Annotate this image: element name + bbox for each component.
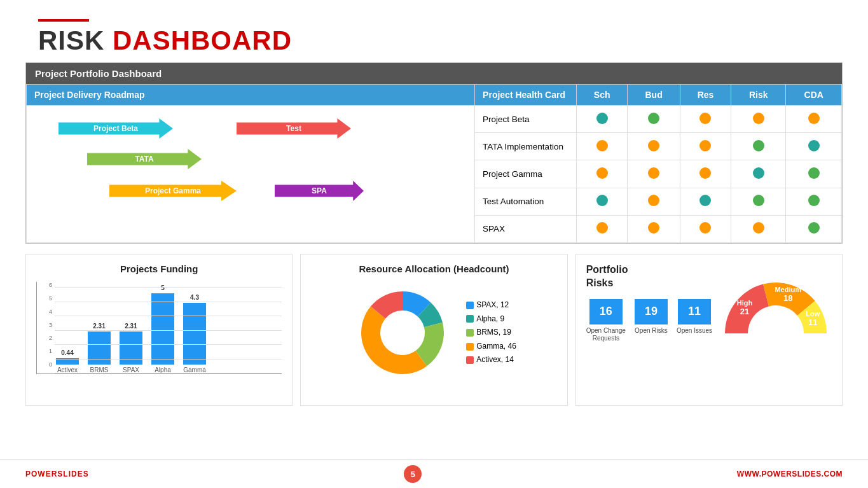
- risk-segment-label: Low: [806, 310, 820, 317]
- footer-slides: SLIDES: [57, 470, 88, 478]
- risk-segment-value: 21: [740, 307, 749, 316]
- portfolio-risks-panel: PortfolioRisks 16Open ChangeRequests19Op…: [575, 254, 843, 406]
- legend-dot: [466, 356, 474, 364]
- risk-dot: [753, 113, 764, 124]
- bar: [183, 303, 206, 365]
- footer-power: POWER: [25, 470, 57, 478]
- bar-group: 0.44Activex: [56, 349, 79, 373]
- sch-dot: [596, 222, 608, 234]
- sch-dot: [596, 195, 608, 206]
- y-gridline: [55, 287, 282, 288]
- sch-cell: [577, 160, 628, 188]
- col-bud: Bud: [628, 85, 680, 106]
- bar: [56, 358, 79, 365]
- cda-cell: [786, 133, 842, 160]
- bud-cell: [628, 106, 680, 133]
- main-content: Project Portfolio Dashboard Project Deli…: [0, 62, 868, 244]
- bud-dot: [648, 113, 659, 124]
- risks-donut-area: High21Medium18Low11: [719, 263, 833, 349]
- col-health: Project Health Card: [475, 85, 577, 106]
- legend-dot: [466, 329, 474, 337]
- sch-dot: [596, 113, 608, 124]
- cda-dot: [808, 195, 820, 206]
- bud-dot: [648, 195, 659, 206]
- legend-text: Alpha, 9: [476, 314, 504, 323]
- resource-panel: Resource Allocation (Headcount) SPAX, 12…: [300, 254, 567, 406]
- footer-url: WWW.POWERSLIDES.COM: [737, 470, 843, 478]
- sch-cell: [577, 188, 628, 215]
- col-sch: Sch: [577, 85, 628, 106]
- header: RISK DASHBOARD: [0, 0, 868, 62]
- sch-dot: [596, 140, 608, 151]
- arrow-gamma: Project Gamma: [109, 181, 237, 201]
- donut-segment: [361, 307, 427, 374]
- resource-title: Resource Allocation (Headcount): [311, 263, 556, 274]
- cda-dot: [808, 167, 820, 179]
- risk-segment-label: High: [737, 299, 753, 307]
- risks-left: PortfolioRisks 16Open ChangeRequests19Op…: [586, 263, 712, 342]
- bar-value-label: 2.31: [125, 323, 137, 330]
- bar-chart-inner: 0123456 0.44Activex2.31BRMS2.31SPAX5Alph…: [36, 282, 282, 374]
- header-accent-line: [38, 19, 89, 22]
- risk-box-value: 16: [589, 299, 623, 324]
- risks-title: PortfolioRisks: [586, 263, 712, 290]
- page-number: 5: [404, 465, 422, 483]
- y-tick: 5: [37, 295, 52, 302]
- risk-box-value: 19: [635, 299, 668, 324]
- bar-chart: 0123456 0.44Activex2.31BRMS2.31SPAX5Alph…: [36, 282, 282, 396]
- bottom-panels: Projects Funding 0123456 0.44Activex2.31…: [0, 254, 868, 406]
- bud-dot: [648, 222, 659, 234]
- legend-text: SPAX, 12: [476, 300, 509, 309]
- cda-dot: [808, 140, 820, 151]
- risk-box-label: Open Risks: [635, 327, 668, 335]
- project-name-cell: TATA Implementation: [475, 133, 577, 160]
- footer-brand: POWERSLIDES: [25, 470, 89, 478]
- sch-cell: [577, 133, 628, 160]
- y-gridline: [55, 302, 282, 302]
- risk-dot: [753, 222, 764, 234]
- donut-area: SPAX, 12Alpha, 9BRMS, 19Gamma, 46Activex…: [311, 282, 556, 384]
- funding-title: Projects Funding: [36, 263, 282, 274]
- y-tick: 3: [37, 322, 52, 328]
- legend-text: BRMS, 19: [476, 328, 511, 337]
- y-axis-labels: 0123456: [37, 282, 52, 368]
- y-gridline: [55, 344, 282, 345]
- col-risk: Risk: [731, 85, 786, 106]
- y-tick: 1: [37, 348, 52, 354]
- res-cell: [680, 160, 731, 188]
- legend-item: Gamma, 46: [466, 340, 516, 354]
- project-name-cell: Project Gamma: [475, 160, 577, 188]
- risk-cell: [731, 133, 786, 160]
- title-dashboard: DASHBOARD: [113, 25, 292, 55]
- risk-cell: [731, 215, 786, 242]
- portfolio-section: Project Portfolio Dashboard Project Deli…: [25, 62, 843, 244]
- res-cell: [680, 215, 731, 242]
- bar: [120, 331, 142, 365]
- y-tick: 2: [37, 335, 52, 341]
- res-dot: [699, 113, 711, 124]
- cda-cell: [786, 160, 842, 188]
- bud-cell: [628, 160, 680, 188]
- risk-box-value: 11: [678, 299, 711, 324]
- res-cell: [680, 106, 731, 133]
- risk-box-group: 11Open Issues: [677, 299, 712, 342]
- res-dot: [699, 222, 711, 234]
- y-gridline: [55, 330, 282, 331]
- risks-donut-chart: High21Medium18Low11: [719, 263, 833, 346]
- risk-dot: [753, 167, 764, 179]
- risk-box-label: Open ChangeRequests: [586, 327, 626, 342]
- arrow-tata: TATA: [87, 149, 202, 169]
- bar-value-label: 0.44: [61, 349, 73, 356]
- project-name-cell: SPAX: [475, 215, 577, 242]
- bud-cell: [628, 188, 680, 215]
- bar: [151, 293, 174, 365]
- sch-cell: [577, 215, 628, 242]
- project-name-cell: Test Automation: [475, 188, 577, 215]
- bar-value-label: 4.3: [190, 294, 199, 301]
- portfolio-table: Project Delivery Roadmap Project Health …: [26, 84, 842, 243]
- risk-segment-label: Medium: [775, 286, 801, 293]
- y-tick: 0: [37, 361, 52, 368]
- bud-cell: [628, 133, 680, 160]
- res-dot: [699, 167, 711, 179]
- bud-cell: [628, 215, 680, 242]
